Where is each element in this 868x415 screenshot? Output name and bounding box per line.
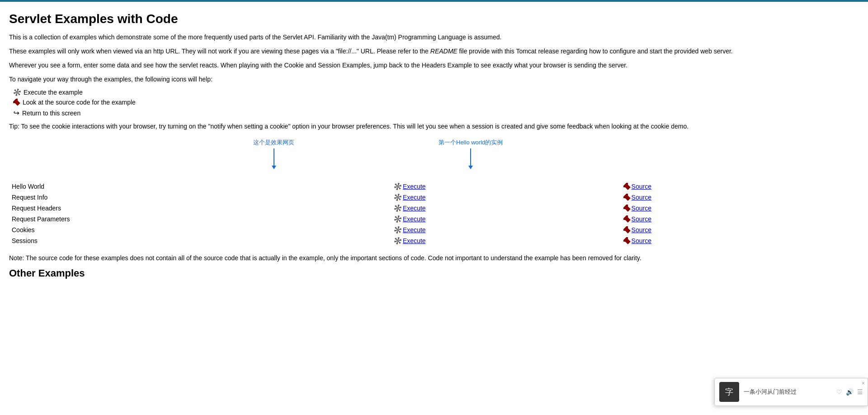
tip-text: Tip: To see the cookie interactions with… (9, 122, 859, 131)
icon-legend-return: ↩ Return to this screen (14, 109, 859, 117)
table-row: Request ParametersExecuteSource (9, 214, 859, 224)
execute-gear-icon (394, 237, 401, 244)
table-row: SessionsExecuteSource (9, 235, 859, 246)
return-icon: ↩ (14, 109, 19, 117)
source-link[interactable]: Source (632, 205, 651, 212)
execute-link[interactable]: Execute (403, 215, 426, 223)
execute-cell: Execute (392, 181, 621, 192)
execute-link[interactable]: Execute (403, 194, 426, 201)
source-cell: Source (621, 203, 859, 214)
annotation-right-label: 第一个Hello world的实例 (439, 138, 503, 147)
source-wrench-icon (623, 225, 632, 234)
source-cell: Source (621, 181, 859, 192)
example-name: Sessions (9, 235, 392, 246)
intro-para1: This is a collection of examples which d… (9, 33, 859, 42)
table-row: CookiesExecuteSource (9, 224, 859, 235)
intro-para4: To navigate your way through the example… (9, 75, 859, 84)
annotation-left: 这个是效果网页 (253, 138, 294, 167)
table-row: Hello WorldExecuteSource (9, 181, 859, 192)
annotation-area: 这个是效果网页 第一个Hello world的实例 (9, 138, 859, 179)
execute-gear-icon (394, 205, 401, 212)
example-name: Request Headers (9, 203, 392, 214)
source-wrench-icon (623, 236, 632, 245)
example-name: Hello World (9, 181, 392, 192)
icon-legend-execute: Execute the example (14, 89, 859, 96)
execute-cell: Execute (392, 235, 621, 246)
top-border (0, 0, 868, 2)
intro-para2: These examples will only work when viewe… (9, 47, 859, 56)
execute-gear-icon (394, 194, 401, 201)
intro-para3: Wherever you see a form, enter some data… (9, 61, 859, 70)
execute-gear-icon (394, 215, 401, 223)
execute-link[interactable]: Execute (403, 226, 426, 234)
execute-gear-icon (394, 183, 401, 190)
source-wrench-icon (623, 215, 632, 224)
intro-para2-text2: file provide with this Tomcat release re… (458, 48, 733, 55)
source-cell: Source (621, 214, 859, 224)
execute-cell: Execute (392, 214, 621, 224)
source-cell: Source (621, 224, 859, 235)
execute-link[interactable]: Execute (403, 205, 426, 212)
examples-table: Hello WorldExecuteSourceRequest InfoExec… (9, 181, 859, 246)
source-cell: Source (621, 192, 859, 203)
source-link[interactable]: Source (632, 194, 651, 201)
annotation-right: 第一个Hello world的实例 (439, 138, 503, 167)
source-link[interactable]: Source (632, 183, 651, 190)
arrow-right (470, 148, 471, 167)
icon-return-label: Return to this screen (22, 110, 80, 117)
footer-note: Note: The source code for these examples… (9, 253, 859, 263)
example-name: Request Info (9, 192, 392, 203)
execute-link[interactable]: Execute (403, 237, 426, 244)
source-wrench-icon (623, 182, 632, 191)
source-wrench-icon (623, 193, 632, 202)
intro-para2-text1: These examples will only work when viewe… (9, 48, 430, 55)
example-name: Cookies (9, 224, 392, 235)
source-cell: Source (621, 235, 859, 246)
icon-execute-label: Execute the example (24, 89, 83, 96)
example-name: Request Parameters (9, 214, 392, 224)
readme-link: README (430, 48, 458, 55)
icon-legend-source: Look at the source code for the example (14, 99, 859, 106)
page-title: Servlet Examples with Code (9, 12, 859, 26)
execute-cell: Execute (392, 203, 621, 214)
table-row: Request InfoExecuteSource (9, 192, 859, 203)
source-link[interactable]: Source (632, 215, 651, 223)
source-link[interactable]: Source (632, 237, 651, 244)
execute-link[interactable]: Execute (403, 183, 426, 190)
source-link[interactable]: Source (632, 226, 651, 234)
other-examples-title: Other Examples (9, 267, 859, 279)
annotation-left-label: 这个是效果网页 (253, 138, 294, 147)
icon-source-label: Look at the source code for the example (23, 99, 136, 106)
icon-legend: Execute the example Look at the source c… (14, 89, 859, 117)
source-icon (12, 98, 21, 107)
arrow-left (274, 148, 274, 167)
table-row: Request HeadersExecuteSource (9, 203, 859, 214)
source-wrench-icon (623, 204, 632, 213)
execute-gear-icon (394, 226, 401, 234)
execute-cell: Execute (392, 192, 621, 203)
execute-cell: Execute (392, 224, 621, 235)
execute-icon (14, 89, 21, 96)
